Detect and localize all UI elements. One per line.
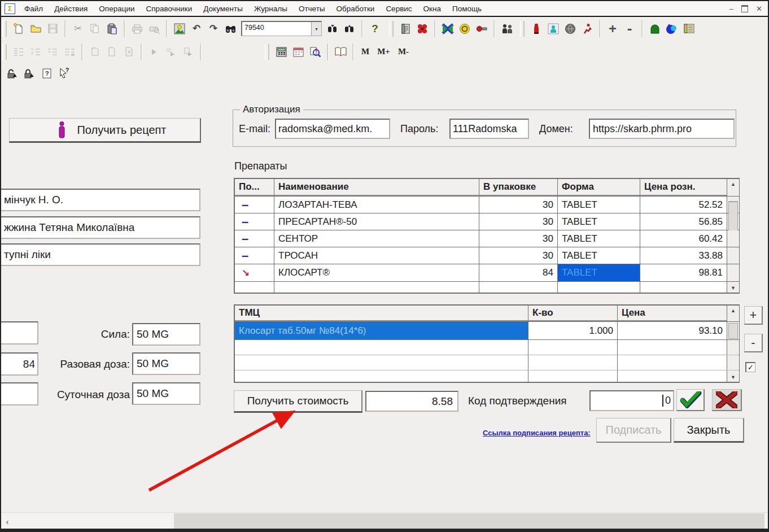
drug-name[interactable]: ЛОЗАРТАН-ТЕВА [274, 197, 479, 213]
col-name[interactable]: Наименование [274, 179, 479, 196]
scroll-up-icon[interactable]: ▲ [727, 179, 739, 189]
red-flower-icon[interactable] [415, 21, 430, 36]
find-next-icon[interactable] [325, 21, 340, 36]
menu-windows[interactable]: Окна [418, 5, 447, 13]
patient-field[interactable]: жжина Тетяна Миколаївна [1, 216, 200, 239]
tmc-scrollbar[interactable] [727, 355, 739, 370]
drug-price[interactable]: 98.81 [640, 264, 727, 281]
tmc-name[interactable]: Клосарт таб.50мг №84(14*6) [235, 322, 528, 339]
drug-price[interactable]: 56.85 [640, 213, 727, 230]
memory-subtract-button[interactable]: M- [394, 47, 413, 56]
tmc-scrollbar[interactable] [727, 340, 739, 355]
open-folder-icon[interactable] [28, 21, 43, 36]
drug-form[interactable]: TABLET [558, 197, 640, 213]
drug-price[interactable]: 52.52 [640, 197, 727, 213]
get-cost-button[interactable]: Получить стоимость [234, 390, 362, 413]
drugs-scrollbar[interactable] [727, 230, 739, 247]
drug-form[interactable]: TABLET [558, 247, 640, 264]
toolbar-grip[interactable] [520, 21, 525, 37]
strength-field[interactable]: 50 MG [132, 323, 200, 346]
drugs-scrollbar[interactable] [727, 264, 739, 281]
unlock-icon[interactable] [6, 66, 20, 81]
calculator-icon[interactable] [274, 45, 289, 59]
remove-line-icon[interactable]: - [622, 21, 637, 36]
scroll-down-icon[interactable]: ▼ [727, 372, 739, 382]
tmc-scrollbar[interactable]: ▲ [727, 306, 739, 321]
tmc-price[interactable]: 93.10 [618, 322, 727, 339]
app-icon[interactable]: Σ [5, 3, 15, 14]
book-icon[interactable] [333, 45, 348, 59]
drug-pack[interactable]: 84 [479, 264, 558, 281]
password-field[interactable]: 111Radomska [449, 119, 529, 139]
drug-name[interactable]: СЕНТОР [274, 230, 479, 247]
notebook-icon[interactable] [681, 21, 696, 36]
menu-directories[interactable]: Справочники [141, 5, 198, 13]
restore-button[interactable] [741, 5, 748, 12]
table-row[interactable]: – ТРОСАН 30 TABLET 33.88 [235, 247, 739, 264]
drugs-scrollbar[interactable] [727, 247, 739, 264]
person-red-icon[interactable] [529, 21, 544, 36]
calendar-icon[interactable] [291, 45, 305, 59]
search-input[interactable]: 79540 [242, 22, 311, 36]
run-icon[interactable] [147, 45, 161, 59]
close-button[interactable]: ✕ [756, 5, 762, 13]
scroll-up-icon[interactable]: ▲ [727, 306, 739, 315]
menu-help[interactable]: Помощь [447, 5, 487, 13]
find-prev-icon[interactable] [342, 21, 357, 36]
drug-price[interactable]: 60.42 [640, 230, 727, 247]
copy-icon[interactable] [88, 21, 102, 36]
cost-field[interactable]: 8.58 [365, 391, 458, 412]
table-row-selected[interactable]: ↘ КЛОСАРТ® 84 TABLET 98.81 [235, 264, 739, 282]
confirm-button[interactable] [676, 389, 705, 411]
remove-item-button[interactable]: - [744, 334, 763, 352]
drugs-scrollbar[interactable]: ▲ [727, 179, 739, 196]
scroll-left-icon[interactable]: ‹ [1, 513, 14, 530]
menu-service[interactable]: Сервис [380, 5, 417, 13]
drug-name[interactable]: ПРЕСАРТАН®-50 [274, 213, 479, 230]
program-field[interactable]: тупні ліки [1, 243, 200, 266]
search-doc-icon[interactable]: ? [308, 45, 322, 59]
list-expand-icon[interactable] [45, 45, 60, 59]
col-price[interactable]: Цена розн. [640, 179, 727, 196]
search-combobox[interactable]: 79540 ▼ [241, 21, 322, 36]
about-icon[interactable]: ? [40, 66, 54, 81]
col-form[interactable]: Форма [558, 179, 640, 196]
tmc-row-selected[interactable]: Клосарт таб.50мг №84(14*6) 1.000 93.10 [235, 322, 739, 340]
doc-copy-icon[interactable] [88, 45, 102, 59]
email-field[interactable]: radomska@med.km. [275, 119, 390, 139]
cut-icon[interactable]: ✂ [71, 21, 85, 36]
minimize-button[interactable]: – [729, 5, 733, 13]
add-item-button[interactable]: + [744, 306, 763, 325]
col-tmc[interactable]: ТМЦ [235, 306, 528, 321]
menu-reports[interactable]: Отчеты [293, 5, 331, 13]
list-level-icon[interactable] [11, 45, 26, 59]
drugs-scrollbar[interactable] [727, 213, 739, 230]
option-checkbox[interactable]: ✓ [745, 362, 755, 372]
drug-pack[interactable]: 30 [479, 197, 558, 213]
col-qty[interactable]: К-во [528, 306, 618, 321]
redo-icon[interactable]: ↷ [206, 21, 221, 36]
drug-price[interactable]: 33.88 [640, 247, 727, 264]
drugs-scrollbar[interactable]: ▼ [727, 282, 739, 293]
run-list-icon[interactable] [164, 45, 178, 59]
confirmation-code-field[interactable]: 0 [589, 390, 674, 411]
toolbar-grip[interactable] [2, 21, 7, 37]
creature-blue-icon[interactable] [665, 21, 679, 36]
scroll-down-icon[interactable]: ▼ [727, 283, 739, 293]
person-run-icon[interactable] [580, 21, 595, 36]
drug-name[interactable]: ТРОСАН [274, 247, 479, 264]
find-icon[interactable] [223, 21, 238, 36]
help-icon[interactable]: ? [368, 21, 382, 36]
save-icon[interactable] [45, 21, 60, 36]
globe-gray-icon[interactable] [563, 21, 578, 36]
remove-point-icon[interactable] [474, 21, 489, 36]
toolbar-grip[interactable] [265, 44, 269, 60]
table-row[interactable]: – ЛОЗАРТАН-ТЕВА 30 TABLET 52.52 [235, 197, 739, 213]
list-collapse-icon[interactable] [28, 45, 43, 59]
exchange-x-icon[interactable] [440, 21, 455, 36]
menu-documents[interactable]: Документы [198, 5, 248, 13]
memory-add-button[interactable]: M+ [373, 47, 394, 56]
menu-actions[interactable]: Действия [49, 5, 93, 13]
domain-field[interactable]: https://skarb.phrm.pro [589, 119, 735, 139]
picture-icon[interactable] [172, 21, 187, 36]
